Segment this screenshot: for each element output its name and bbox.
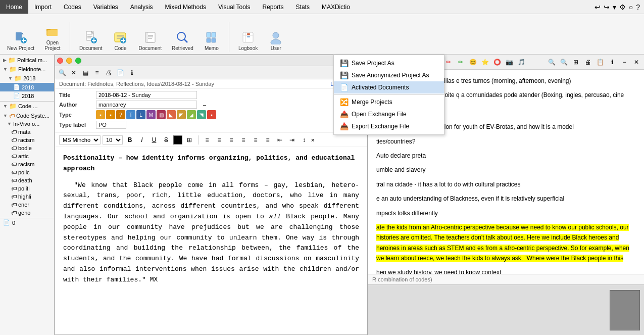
list-view-button[interactable]: ≡ <box>92 68 102 78</box>
sidebar-ener[interactable]: 🏷 ener <box>0 201 54 209</box>
info-icon[interactable]: ? <box>636 3 640 11</box>
type-icon-9[interactable]: ◢ <box>187 110 196 119</box>
memo-button[interactable]: Memo <box>201 28 223 52</box>
author-input[interactable] <box>96 101 197 109</box>
type-icon-5[interactable]: M <box>146 110 156 119</box>
type-icon-6[interactable]: ▥ <box>157 110 166 119</box>
type-icon-0[interactable]: ▪ <box>96 110 105 119</box>
type-icon-11[interactable]: ▪ <box>207 110 216 119</box>
doc-content[interactable]: Positionality – how identity informs org… <box>55 147 367 334</box>
logbook-button[interactable]: Logbook <box>235 28 261 52</box>
print-button[interactable]: 🖨 <box>104 68 114 78</box>
menu-codes[interactable]: Codes <box>58 0 87 14</box>
sidebar-death[interactable]: 🏷 death <box>0 176 54 184</box>
export-exchange-item[interactable]: 📥 Export Exchange File <box>334 120 444 132</box>
align-center-button[interactable]: ≡ <box>214 135 224 145</box>
bold-button[interactable]: B <box>125 135 135 145</box>
type-icon-1[interactable]: ▪ <box>106 110 115 119</box>
view-mode-button[interactable]: ▤ <box>80 68 90 78</box>
code-button[interactable]: Code <box>109 28 131 52</box>
color-swatch[interactable] <box>173 135 182 145</box>
settings-icon[interactable]: ⚙ <box>619 3 626 11</box>
menu-import[interactable]: Import <box>28 0 58 14</box>
menu-visual-tools[interactable]: Visual Tools <box>212 0 257 14</box>
strikethrough-button[interactable]: S <box>161 135 171 145</box>
sidebar-item-codes-folder[interactable]: ▼ 📁 Code ... <box>0 102 54 111</box>
save-anon-item[interactable]: 💾 Save Anonymized Project As <box>334 69 444 81</box>
sidebar-highli[interactable]: 🏷 highli <box>0 193 54 201</box>
menu-mixed-methods[interactable]: Mixed Methods <box>159 0 212 14</box>
align-right-button[interactable]: ≡ <box>226 135 236 145</box>
font-selector[interactable]: MS Mincho <box>59 135 101 145</box>
circle-icon[interactable]: ⭕ <box>491 57 503 68</box>
close-doc-button[interactable]: ✕ <box>69 68 79 78</box>
sidebar-bodie[interactable]: 🏷 bodie <box>0 144 54 152</box>
info-doc-button[interactable]: ℹ <box>127 68 137 78</box>
undo-icon[interactable]: ↩ <box>595 3 601 11</box>
redo-icon[interactable]: ↪ <box>604 3 610 11</box>
menu-stats[interactable]: Stats <box>290 0 316 14</box>
menu-reports[interactable]: Reports <box>257 0 290 14</box>
sidebar-code-system[interactable]: ▼ 🏷 Code Syste... <box>0 112 54 120</box>
sidebar-item-doc1[interactable]: 📄 2018 <box>0 83 54 91</box>
menu-variables[interactable]: Variables <box>87 0 124 14</box>
smiley-icon[interactable]: 😊 <box>467 57 478 68</box>
toolbar-right-copy[interactable]: 📋 <box>595 57 606 68</box>
star-icon[interactable]: ⭐ <box>479 57 490 68</box>
font-size-selector[interactable]: 10 <box>103 135 123 145</box>
type-icon-7[interactable]: ◣ <box>167 110 176 119</box>
more-button[interactable]: » <box>311 136 315 143</box>
open-exchange-item[interactable]: 📤 Open Exchange File <box>334 108 444 120</box>
toolbar-right-x[interactable]: ✕ <box>631 57 642 68</box>
search-button[interactable]: 🔍 <box>57 68 67 78</box>
type-icon-2[interactable]: ? <box>116 110 125 119</box>
save-project-item[interactable]: 💾 Save Project As <box>334 57 444 69</box>
toolbar-right-print[interactable]: 🖨 <box>582 57 593 68</box>
menu-home[interactable]: Home <box>0 0 28 14</box>
menu-maxdictio[interactable]: MAXDictio <box>316 0 356 14</box>
menu-analysis[interactable]: Analysis <box>124 0 159 14</box>
sidebar-item-fieldnotes[interactable]: ▼ 📁 Fieldnote... <box>0 65 54 74</box>
toolbar-right-minus[interactable]: − <box>619 57 630 68</box>
sidebar-racism1[interactable]: 🏷 racism <box>0 136 54 144</box>
type-icon-4[interactable]: L <box>136 110 145 119</box>
sidebar-item-doc2[interactable]: 📄 2018 <box>0 91 54 100</box>
sidebar-item-2018-folder[interactable]: ▼ 📁 2018 <box>0 74 54 83</box>
maximize-button[interactable] <box>75 58 81 64</box>
merge-projects-item[interactable]: 🔀 Merge Projects <box>334 96 444 108</box>
type-label-input[interactable] <box>96 121 126 129</box>
help-icon[interactable]: ○ <box>629 3 633 11</box>
ordered-list-button[interactable]: ≡ <box>263 135 273 145</box>
sidebar-geno[interactable]: 🏷 geno <box>0 209 54 217</box>
type-icon-10[interactable]: ◥ <box>197 110 206 119</box>
toolbar-right-search2[interactable]: 🔍 <box>558 57 569 68</box>
minimize-button[interactable] <box>66 58 72 64</box>
sidebar-invivo[interactable]: ▼ In-Vivo o... <box>0 120 54 128</box>
new-project-button[interactable]: New Project <box>4 28 37 52</box>
document-button-2[interactable]: Document <box>135 28 165 52</box>
line-spacing-button[interactable]: ↕ <box>299 135 309 145</box>
toolbar-right-info[interactable]: ℹ <box>607 57 618 68</box>
sidebar-item-political[interactable]: ▶ 📁 Political m... <box>0 56 54 65</box>
document-button-1[interactable]: Document <box>76 28 106 52</box>
close-button[interactable] <box>57 58 63 64</box>
sidebar-racism2[interactable]: 🏷 racism <box>0 160 54 168</box>
activated-docs-item[interactable]: 📄 Activated Documents <box>334 81 444 93</box>
title-input[interactable] <box>96 91 197 99</box>
highlight-green-icon[interactable]: ✏ <box>455 57 466 68</box>
retrieved-button[interactable]: Retrieved <box>169 28 196 52</box>
sidebar-artic[interactable]: 🏷 artic <box>0 152 54 160</box>
align-justify-button[interactable]: ≡ <box>238 135 249 145</box>
highlight-red-icon[interactable]: ✏ <box>443 57 454 68</box>
type-icon-8[interactable]: ◤ <box>177 110 186 119</box>
italic-button[interactable]: I <box>137 135 147 145</box>
dropdown-icon[interactable]: ▾ <box>613 3 616 11</box>
sidebar-polic[interactable]: 🏷 polic <box>0 168 54 176</box>
toolbar-right-grid[interactable]: ⊞ <box>570 57 581 68</box>
align-left-button[interactable]: ≡ <box>202 135 212 145</box>
sidebar-politi[interactable]: 🏷 politi <box>0 184 54 193</box>
unordered-list-button[interactable]: ≡ <box>251 135 261 145</box>
audio-icon[interactable]: 🎵 <box>516 57 527 68</box>
page-setup-button[interactable]: 📄 <box>115 68 125 78</box>
toolbar-right-search[interactable]: 🔍 <box>546 57 557 68</box>
